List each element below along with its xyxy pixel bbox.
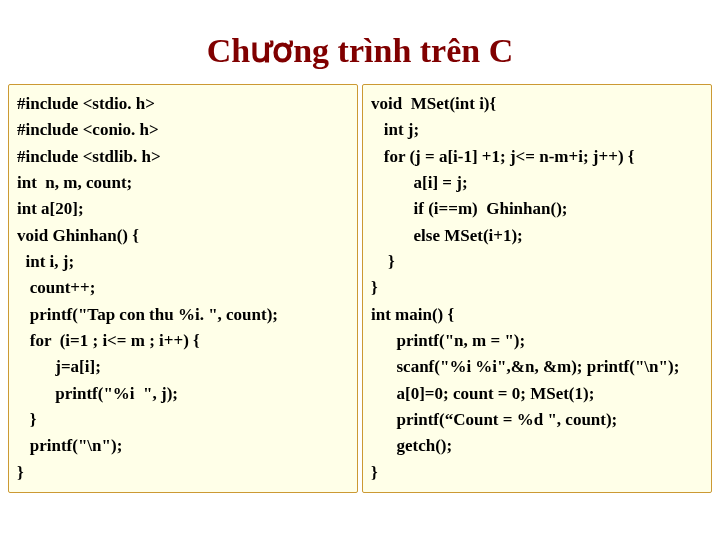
code-left: #include <stdio. h> #include <conio. h> … xyxy=(8,84,358,493)
code-right: void MSet(int i){ int j; for (j = a[i-1]… xyxy=(362,84,712,493)
slide: Chương trình trên C #include <stdio. h> … xyxy=(0,0,720,540)
code-columns: #include <stdio. h> #include <conio. h> … xyxy=(0,84,720,493)
slide-title: Chương trình trên C xyxy=(0,0,720,84)
